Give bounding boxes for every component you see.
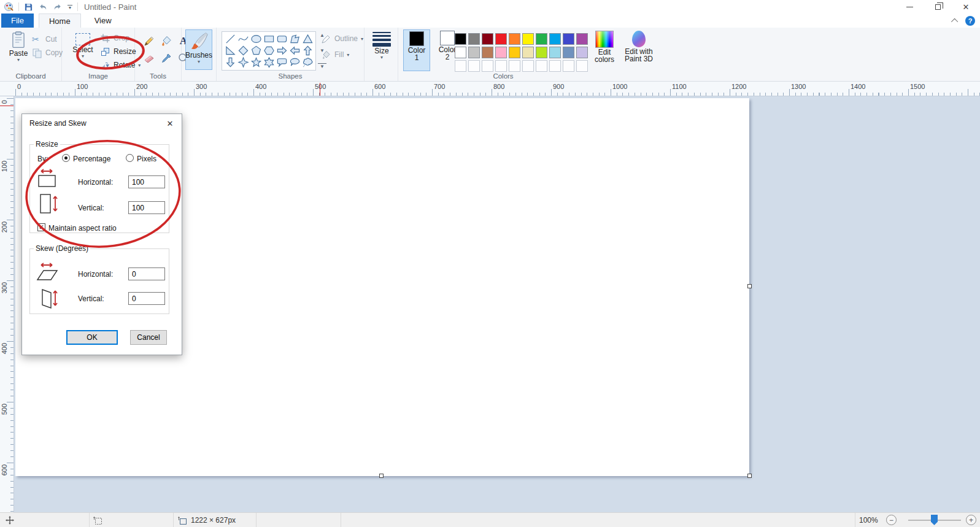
outline-button[interactable]: Outline ▾ — [321, 33, 363, 45]
resize-vertical-input[interactable] — [128, 201, 165, 214]
zoom-in-button[interactable]: + — [966, 515, 976, 525]
dialog-close-button[interactable]: ✕ — [162, 117, 178, 130]
tab-view[interactable]: View — [85, 13, 122, 28]
percentage-label[interactable]: Percentage — [73, 155, 110, 163]
shape-curve[interactable] — [237, 33, 250, 45]
percentage-radio[interactable] — [62, 154, 70, 162]
palette-swatch-7092be[interactable] — [563, 47, 574, 58]
palette-swatch-880015[interactable] — [482, 33, 493, 45]
palette-swatch-c8bfe7[interactable] — [576, 47, 588, 58]
fill-tool-button[interactable] — [160, 34, 173, 48]
shape-diamond[interactable] — [237, 45, 250, 56]
brushes-button[interactable]: Brushes ▾ — [185, 29, 212, 70]
palette-swatch-b97a57[interactable] — [482, 47, 493, 58]
shape-rectangle[interactable] — [263, 33, 276, 45]
palette-swatch-empty[interactable] — [468, 60, 480, 72]
copy-button[interactable]: Copy — [32, 47, 63, 58]
v-ruler-label-600: 600 — [1, 464, 8, 475]
skew-horizontal-input[interactable] — [128, 267, 165, 280]
tab-home[interactable]: Home — [39, 13, 81, 28]
pixels-label[interactable]: Pixels — [137, 155, 156, 163]
customize-qat-icon[interactable]: ▼ — [68, 5, 72, 9]
redo-icon[interactable] — [53, 2, 63, 12]
palette-swatch-99d9ea[interactable] — [549, 47, 561, 58]
dialog-title: Resize and Skew — [29, 119, 87, 128]
palette-swatch-empty[interactable] — [509, 60, 520, 72]
canvas-resize-handle-corner[interactable] — [747, 474, 752, 478]
palette-swatch-ed1c24[interactable] — [495, 33, 507, 45]
palette-swatch-empty[interactable] — [536, 60, 547, 72]
palette-swatch-ff7f27[interactable] — [509, 33, 520, 45]
shape-star-4[interactable] — [237, 56, 250, 68]
ok-button[interactable]: OK — [66, 330, 118, 345]
close-button[interactable]: ✕ — [952, 0, 980, 13]
shape-callout-rounded[interactable] — [276, 56, 288, 68]
shape-right-triangle[interactable] — [224, 45, 237, 56]
palette-swatch-empty[interactable] — [522, 60, 534, 72]
canvas-resize-handle-right[interactable] — [747, 284, 752, 288]
restore-button[interactable] — [924, 0, 952, 13]
resize-horizontal-input[interactable] — [128, 175, 165, 188]
shape-line[interactable] — [224, 33, 237, 45]
palette-swatch-22b14c[interactable] — [536, 33, 547, 45]
edit-colors-button[interactable]: Edit colors — [591, 29, 618, 71]
save-icon[interactable] — [24, 2, 33, 12]
fill-button[interactable]: Fill ▾ — [321, 48, 349, 61]
shape-hexagon[interactable] — [263, 45, 276, 56]
shape-polygon[interactable] — [288, 33, 301, 45]
help-icon[interactable]: ? — [965, 16, 975, 26]
color1-button[interactable]: Color 1 — [403, 29, 430, 71]
shape-pentagon[interactable] — [250, 45, 263, 56]
resize-button[interactable]: Resize — [100, 46, 136, 57]
palette-swatch-c3c3c3[interactable] — [468, 47, 480, 58]
shape-triangle[interactable] — [301, 33, 314, 45]
shape-arrow-down[interactable] — [224, 56, 237, 68]
palette-swatch-fff200[interactable] — [522, 33, 534, 45]
shapes-more-icon[interactable]: ▼ — [318, 63, 326, 69]
palette-swatch-ffc90e[interactable] — [509, 47, 520, 58]
palette-swatch-empty[interactable] — [495, 60, 507, 72]
canvas-resize-handle-bottom[interactable] — [379, 474, 384, 478]
palette-swatch-efe4b0[interactable] — [522, 47, 534, 58]
palette-swatch-empty[interactable] — [455, 60, 466, 72]
palette-swatch-empty[interactable] — [482, 60, 493, 72]
shape-star-5[interactable] — [250, 56, 263, 68]
skew-vertical-input[interactable] — [128, 292, 165, 305]
shape-rounded-rectangle[interactable] — [276, 33, 288, 45]
shape-arrow-right[interactable] — [276, 45, 288, 56]
palette-swatch-7f7f7f[interactable] — [468, 33, 480, 45]
maintain-aspect-ratio-checkbox[interactable]: ✓ — [37, 223, 45, 231]
palette-swatch-a349a4[interactable] — [576, 33, 588, 45]
crop-button[interactable]: Crop — [100, 33, 129, 44]
minimize-button[interactable] — [895, 0, 924, 13]
color-picker-tool-button[interactable] — [160, 51, 173, 66]
shape-callout-oval[interactable] — [288, 56, 301, 68]
cut-button[interactable]: ✂ Cut — [32, 34, 57, 45]
palette-swatch-empty[interactable] — [549, 60, 561, 72]
paste-button[interactable]: Paste ▾ — [5, 29, 32, 70]
shape-ellipse[interactable] — [250, 33, 263, 45]
palette-swatch-00a2e8[interactable] — [549, 33, 561, 45]
shape-arrow-up[interactable] — [301, 45, 314, 56]
shape-callout-cloud[interactable] — [301, 56, 314, 68]
undo-icon[interactable] — [38, 2, 48, 12]
pencil-tool-button[interactable] — [142, 34, 156, 48]
zoom-out-button[interactable]: − — [886, 515, 897, 525]
cancel-button[interactable]: Cancel — [130, 330, 167, 345]
palette-swatch-ffaec9[interactable] — [495, 47, 507, 58]
palette-swatch-ffffff[interactable] — [455, 47, 466, 58]
palette-swatch-3f48cc[interactable] — [563, 33, 574, 45]
palette-swatch-empty[interactable] — [576, 60, 588, 72]
palette-swatch-000000[interactable] — [455, 33, 466, 45]
palette-swatch-b5e61d[interactable] — [536, 47, 547, 58]
tab-file[interactable]: File — [1, 13, 34, 28]
select-button[interactable]: Select ▾ — [69, 29, 96, 70]
palette-swatch-empty[interactable] — [563, 60, 574, 72]
shape-star-6[interactable] — [263, 56, 276, 68]
pixels-radio[interactable] — [126, 154, 134, 162]
maintain-aspect-ratio-label[interactable]: Maintain aspect ratio — [48, 224, 117, 233]
zoom-slider-thumb[interactable] — [931, 515, 938, 525]
eraser-tool-button[interactable] — [142, 51, 156, 66]
size-button[interactable]: Size ▾ — [368, 29, 395, 70]
shape-arrow-left[interactable] — [288, 45, 301, 56]
